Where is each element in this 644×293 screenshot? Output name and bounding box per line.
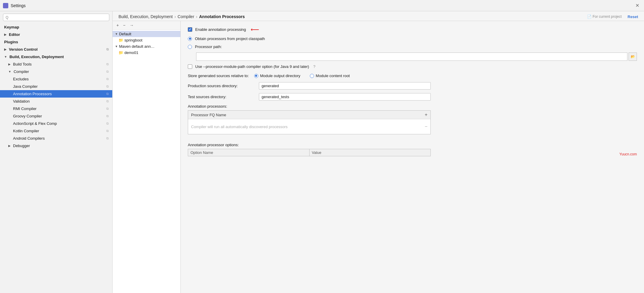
for-project-label: For current project — [593, 15, 622, 19]
test-sources-label: Test sources directory: — [188, 95, 259, 99]
production-sources-label: Production sources directory: — [188, 84, 259, 88]
right-panel: Build, Execution, Deployment › Compiler … — [113, 11, 644, 293]
sidebar-item-build-tools[interactable]: ▶ Build Tools ⧉ — [0, 60, 112, 68]
copy-icon-build-tools: ⧉ — [106, 62, 109, 66]
sidebar-item-debugger[interactable]: ▶ Debugger — [0, 142, 112, 149]
sidebar-item-excludes[interactable]: Excludes ⧉ — [0, 75, 112, 83]
copy-icon-compiler: ⧉ — [106, 70, 109, 74]
copy-icon-java-compiler: ⧉ — [106, 85, 109, 88]
sidebar-item-label: Groovy Compiler — [13, 114, 42, 118]
processor-path-input[interactable] — [196, 52, 627, 61]
production-sources-input[interactable] — [259, 82, 431, 90]
sidebar-item-label: Plugins — [4, 40, 18, 44]
proc-remove-button[interactable]: − — [425, 124, 427, 129]
sidebar: Q Keymap ▶ Editor Plugins ▶ Version Cont… — [0, 11, 113, 293]
annotation-processors-table: Processor FQ Name + Compiler will run al… — [188, 110, 431, 134]
tree-panel: + − → ▼ Default 📁 springboot ▼ — [113, 21, 181, 293]
radio-content-root[interactable] — [310, 74, 314, 78]
sidebar-item-build-execution-deployment[interactable]: ▼ Build, Execution, Deployment — [0, 53, 112, 60]
search-icon: Q — [6, 15, 8, 20]
production-sources-row: Production sources directory: — [188, 82, 637, 90]
sidebar-item-label: Keymap — [4, 25, 19, 29]
watermark: Yuucn.com — [619, 152, 637, 156]
sidebar-item-keymap[interactable]: Keymap — [0, 23, 112, 31]
sidebar-item-actionscript-flex[interactable]: ActionScript & Flex Comp ⧉ — [0, 120, 112, 127]
annotation-processor-options: Annotation processor options: Option Nam… — [188, 141, 431, 156]
tree-add-button[interactable]: + — [115, 22, 120, 28]
proc-placeholder-text: Compiler will run all automatically disc… — [191, 125, 288, 129]
sidebar-item-label: Java Compiler — [13, 84, 38, 89]
tree-item-default[interactable]: ▼ Default — [113, 31, 180, 37]
folder-icon-springboot: 📁 — [118, 38, 123, 42]
sidebar-item-plugins[interactable]: Plugins — [0, 38, 112, 46]
sidebar-item-label: Kotlin Compiler — [13, 129, 39, 133]
tree-arrow-maven: ▼ — [115, 45, 118, 48]
tree-arrow-default: ▼ — [115, 32, 118, 36]
use-processor-module-path-checkbox[interactable] — [188, 64, 192, 69]
tree-item-maven-default[interactable]: ▼ Maven default ann… — [113, 43, 180, 50]
radio-classpath[interactable] — [188, 37, 192, 41]
window-title: Settings — [11, 3, 26, 8]
sidebar-item-label: Build, Execution, Deployment — [9, 55, 64, 59]
sidebar-item-java-compiler[interactable]: Java Compiler ⧉ — [0, 83, 112, 90]
tree-item-demo01[interactable]: 📁 demo01 — [113, 50, 180, 56]
app-icon — [3, 3, 8, 8]
sidebar-item-groovy-compiler[interactable]: Groovy Compiler ⧉ — [0, 112, 112, 120]
expand-arrow-editor: ▶ — [4, 33, 7, 36]
breadcrumb-part1: Build, Execution, Deployment — [118, 14, 173, 19]
breadcrumb-sep2: › — [196, 14, 198, 19]
sidebar-item-annotation-processors[interactable]: Annotation Processors ⧉ — [0, 90, 112, 98]
tree-label-demo01: demo01 — [124, 50, 138, 55]
search-input[interactable] — [9, 15, 107, 20]
options-columns-header: Option Name Value — [188, 149, 431, 156]
expand-arrow-version-control: ▶ — [4, 48, 7, 51]
tree-move-button[interactable]: → — [128, 22, 135, 28]
proc-table-header: Processor FQ Name + — [188, 111, 430, 119]
sidebar-item-label: Annotation Processors — [13, 92, 52, 96]
sidebar-item-rmi-compiler[interactable]: RMI Compiler ⧉ — [0, 105, 112, 112]
sidebar-item-editor[interactable]: ▶ Editor — [0, 31, 112, 38]
tree-label-maven: Maven default ann… — [119, 44, 155, 49]
tree-label-default: Default — [119, 32, 131, 36]
close-button[interactable]: ✕ — [634, 2, 641, 9]
enable-annotation-processing-checkbox[interactable] — [188, 27, 192, 32]
store-option-module-output[interactable]: Module output directory — [254, 74, 300, 78]
store-generated-label: Store generated sources relative to: — [188, 74, 249, 78]
copy-icon-android-compilers: ⧉ — [106, 136, 109, 140]
sidebar-item-kotlin-compiler[interactable]: Kotlin Compiler ⧉ — [0, 127, 112, 135]
store-option-content-root[interactable]: Module content root — [310, 74, 350, 78]
tree-item-springboot[interactable]: 📁 springboot — [113, 37, 180, 43]
option-name-column: Option Name — [188, 149, 309, 156]
sidebar-item-label: Editor — [9, 32, 20, 37]
expand-arrow-debugger: ▶ — [8, 144, 11, 147]
tree-remove-button[interactable]: − — [121, 22, 127, 28]
sidebar-item-validation[interactable]: Validation ⧉ — [0, 98, 112, 105]
proc-add-button[interactable]: + — [425, 112, 427, 117]
radio-processor-path[interactable] — [188, 45, 192, 49]
sidebar-item-android-compilers[interactable]: Android Compilers ⧉ — [0, 135, 112, 142]
breadcrumb-part3: Annotation Processors — [199, 14, 245, 19]
for-current-project: 📄 For current project — [587, 15, 622, 19]
enable-annotation-processing-row: Enable annotation processing ⟵ — [188, 26, 637, 33]
sidebar-item-label: ActionScript & Flex Comp — [13, 121, 57, 126]
proc-table-actions: + — [425, 112, 427, 117]
use-processor-module-path-row: Use --processor-module-path compiler opt… — [188, 64, 637, 69]
sidebar-item-label: Debugger — [13, 144, 30, 148]
settings-panel: Enable annotation processing ⟵ Obtain pr… — [181, 21, 644, 293]
reset-button[interactable]: Reset — [628, 15, 638, 19]
browse-button[interactable]: 📂 — [629, 52, 637, 61]
sidebar-item-version-control[interactable]: ▶ Version Control ⧉ — [0, 46, 112, 53]
sidebar-item-label: Excludes — [13, 77, 29, 81]
search-box[interactable]: Q — [3, 14, 109, 21]
sidebar-item-label: Version Control — [9, 47, 38, 52]
content-root-label: Module content root — [316, 74, 350, 78]
main-container: Q Keymap ▶ Editor Plugins ▶ Version Cont… — [0, 11, 644, 293]
copy-icon-validation: ⧉ — [106, 99, 109, 103]
help-icon[interactable]: ? — [313, 64, 315, 69]
sidebar-item-compiler[interactable]: ▼ Compiler ⧉ — [0, 68, 112, 75]
path-input-row: 📂 — [196, 52, 637, 61]
store-generated-row: Store generated sources relative to: Mod… — [188, 74, 637, 78]
test-sources-input[interactable] — [259, 93, 431, 101]
radio-module-output[interactable] — [254, 74, 258, 78]
sidebar-item-label: RMI Compiler — [13, 106, 36, 111]
